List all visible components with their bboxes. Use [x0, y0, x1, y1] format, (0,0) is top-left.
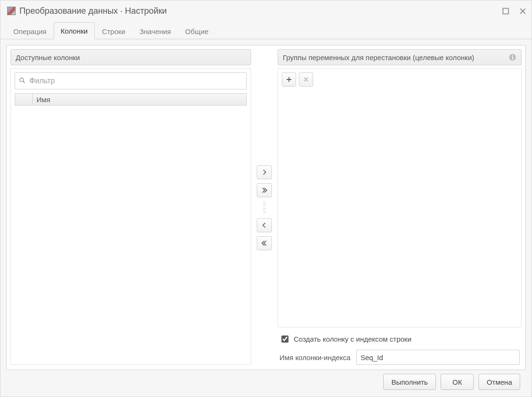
create-index-label: Создать колонку с индексом строки — [294, 335, 412, 343]
filter-input[interactable] — [28, 76, 243, 86]
tab-rows[interactable]: Строки — [95, 23, 132, 39]
target-columns-body — [278, 68, 522, 327]
create-index-checkbox[interactable] — [281, 335, 289, 343]
target-columns-panel: Группы переменных для перестановки (целе… — [274, 45, 525, 370]
svg-point-1 — [20, 78, 24, 81]
target-columns-toolbar — [282, 72, 517, 87]
move-right-button[interactable] — [257, 165, 272, 179]
available-columns-title: Доступные колонки — [16, 53, 80, 62]
target-columns-header: Группы переменных для перестановки (целе… — [278, 49, 522, 65]
tab-columns[interactable]: Колонки — [54, 22, 95, 39]
app-icon — [7, 7, 16, 15]
tab-values[interactable]: Значения — [133, 23, 178, 39]
svg-rect-0 — [503, 8, 508, 14]
available-columns-grid-header: Имя — [15, 93, 247, 106]
settings-dialog: Преобразование данных · Настройки Операц… — [0, 0, 532, 397]
close-icon[interactable] — [518, 7, 527, 15]
svg-rect-4 — [512, 57, 513, 60]
add-group-button[interactable] — [282, 72, 296, 87]
dialog-footer: Выполнить ОК Отмена — [6, 370, 526, 394]
tab-operation[interactable]: Операция — [6, 23, 54, 39]
remove-group-button[interactable] — [299, 72, 313, 87]
info-icon[interactable] — [509, 53, 516, 61]
titlebar: Преобразование данных · Настройки — [0, 0, 532, 21]
dialog-body: Доступные колонки Имя — [0, 39, 532, 397]
window-buttons — [501, 7, 527, 15]
svg-line-2 — [23, 81, 25, 82]
index-name-row: Имя колонки-индекса — [280, 350, 520, 365]
target-columns-list[interactable] — [282, 90, 517, 323]
ok-button[interactable]: ОК — [441, 374, 474, 390]
index-name-label: Имя колонки-индекса — [280, 353, 351, 362]
move-left-button[interactable] — [257, 218, 272, 232]
run-button[interactable]: Выполнить — [383, 374, 436, 390]
maximize-icon[interactable] — [501, 7, 510, 15]
cancel-button[interactable]: Отмена — [478, 374, 520, 390]
svg-rect-5 — [512, 55, 513, 56]
splitter-handle[interactable] — [263, 202, 266, 213]
create-index-row: Создать колонку с индексом строки — [280, 334, 520, 344]
available-columns-list[interactable] — [15, 106, 247, 361]
index-options: Создать колонку с индексом строки Имя ко… — [274, 332, 525, 370]
available-columns-body: Имя — [10, 68, 251, 365]
available-columns-panel: Доступные колонки Имя — [7, 45, 255, 370]
filter-input-wrapper[interactable] — [15, 72, 247, 89]
index-name-input[interactable] — [356, 350, 520, 365]
move-all-right-button[interactable] — [257, 183, 272, 197]
target-columns-title: Группы переменных для перестановки (целе… — [283, 53, 506, 62]
available-columns-header: Доступные колонки — [10, 49, 251, 65]
transfer-buttons — [255, 45, 274, 370]
grid-header-spacer — [15, 93, 33, 106]
tab-general[interactable]: Общие — [178, 23, 216, 39]
tabs: Операция Колонки Строки Значения Общие — [0, 21, 532, 39]
move-all-left-button[interactable] — [257, 236, 272, 250]
search-icon — [19, 77, 26, 85]
window-title: Преобразование данных · Настройки — [19, 6, 501, 16]
grid-header-name[interactable]: Имя — [33, 93, 247, 106]
tab-content: Доступные колонки Имя — [6, 45, 526, 370]
